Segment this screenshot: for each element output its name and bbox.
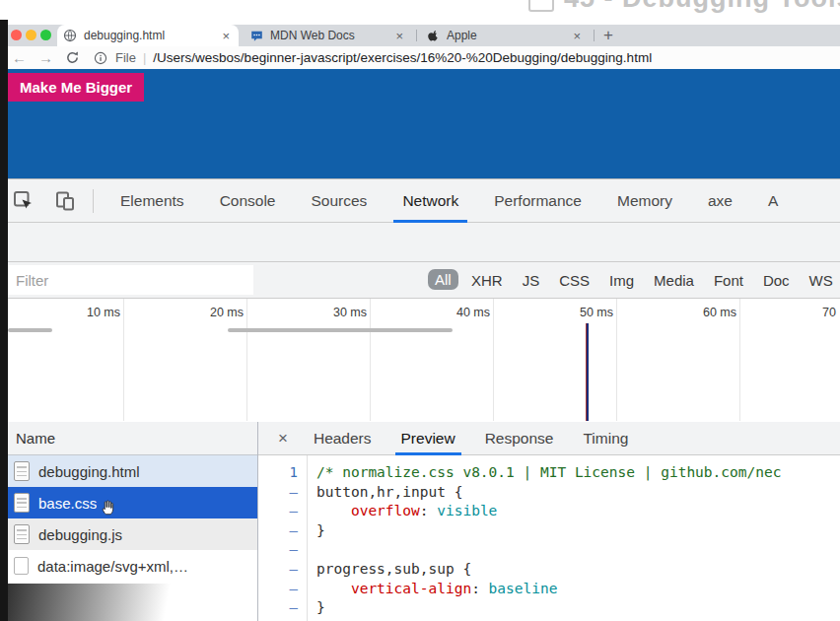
line-marker: – bbox=[258, 483, 307, 503]
filter-type-xhr[interactable]: XHR bbox=[471, 272, 503, 289]
devtools-tab-elements[interactable]: Elements bbox=[120, 179, 184, 223]
load-event-line bbox=[586, 323, 589, 421]
document-icon bbox=[14, 461, 30, 481]
timeline-gridline bbox=[123, 299, 124, 421]
new-tab-button[interactable]: + bbox=[599, 26, 617, 45]
line-marker: – bbox=[258, 598, 307, 618]
desktop-title-strip: 45 - Debugging Tools bbox=[0, 0, 840, 25]
devtools-tab-axe[interactable]: axe bbox=[708, 179, 733, 223]
filter-type-js[interactable]: JS bbox=[523, 272, 540, 289]
request-row-debugging-html[interactable]: debugging.html bbox=[8, 455, 257, 487]
css-property: vertical-align bbox=[351, 581, 471, 596]
tab-close-icon[interactable]: × bbox=[219, 30, 233, 42]
request-row-data-svg[interactable]: data:image/svg+xml,… bbox=[8, 550, 257, 582]
preview-code-pane[interactable]: 1 – – – – – – – /* normalize.css v8.0.1 … bbox=[258, 455, 840, 621]
url-text[interactable]: /Users/wesbos/beginner-javascript/exerci… bbox=[153, 50, 652, 65]
code-text: button,hr,input { bbox=[316, 484, 462, 500]
timeline-tick-label: 60 ms bbox=[658, 306, 736, 319]
browser-tab-mdn[interactable]: MDN Web Docs × bbox=[245, 25, 412, 46]
window-zoom-button[interactable] bbox=[40, 30, 51, 40]
browser-address-bar: ← → File | /Users/wesbos/beginner-javasc… bbox=[0, 46, 840, 70]
code-comment: /* normalize.css v8.0.1 | MIT License | … bbox=[316, 464, 781, 480]
line-marker: – bbox=[258, 521, 307, 541]
device-toolbar-icon[interactable] bbox=[54, 190, 76, 212]
filter-type-media[interactable]: Media bbox=[654, 272, 694, 289]
tab-close-icon[interactable]: × bbox=[570, 30, 584, 42]
close-icon[interactable]: × bbox=[278, 429, 288, 448]
desktop-title: 45 - Debugging Tools bbox=[564, 0, 840, 14]
filter-type-doc[interactable]: Doc bbox=[763, 272, 790, 289]
code-indent bbox=[316, 581, 351, 596]
devtools-tab-bar: Elements Console Sources Network Perform… bbox=[0, 178, 840, 223]
timeline-gridline bbox=[370, 299, 371, 421]
line-marker: – bbox=[258, 580, 307, 599]
devtools-tab-memory[interactable]: Memory bbox=[617, 179, 672, 223]
forward-icon[interactable]: → bbox=[38, 50, 53, 65]
devtools-tab-sources[interactable]: Sources bbox=[312, 179, 368, 223]
filter-type-css[interactable]: CSS bbox=[559, 272, 590, 289]
reload-icon[interactable] bbox=[65, 50, 80, 65]
detail-tab-timing[interactable]: Timing bbox=[583, 422, 628, 455]
code-text: progress,sub,sup { bbox=[316, 561, 471, 577]
code-text: } bbox=[316, 522, 325, 538]
tab-separator bbox=[594, 30, 595, 41]
request-row-base-css[interactable]: base.css bbox=[8, 487, 257, 518]
video-edge bbox=[0, 20, 8, 621]
network-toolbar: Preserve log ✓ Disable cache Online ▼ bbox=[0, 223, 840, 262]
code-text: : bbox=[471, 581, 488, 596]
filter-input[interactable] bbox=[8, 265, 253, 295]
devtools-tab-clipped[interactable]: A bbox=[768, 179, 778, 223]
tab-title: debugging.html bbox=[84, 29, 219, 42]
code-gutter: 1 – – – – – – – bbox=[258, 455, 308, 621]
browser-tab-strip: debugging.html × MDN Web Docs × Apple × … bbox=[0, 25, 840, 47]
timeline-tick-label: 10 ms bbox=[41, 306, 120, 319]
mouse-cursor-icon bbox=[101, 499, 114, 516]
code-lines: /* normalize.css v8.0.1 | MIT License | … bbox=[309, 455, 840, 621]
screenshot-stage: 45 - Debugging Tools debugging.html × MD… bbox=[0, 0, 840, 621]
timeline-tick-label: 30 ms bbox=[288, 306, 367, 319]
filter-type-font[interactable]: Font bbox=[714, 272, 743, 289]
window-minimize-button[interactable] bbox=[26, 30, 36, 40]
window-close-button[interactable] bbox=[11, 30, 22, 40]
globe-favicon-icon bbox=[63, 29, 77, 42]
detail-tab-headers[interactable]: Headers bbox=[314, 422, 372, 455]
line-marker: – bbox=[258, 502, 307, 521]
url-scheme-label: File bbox=[115, 50, 136, 65]
apple-favicon-icon bbox=[428, 30, 440, 42]
window-icon bbox=[528, 0, 554, 12]
file-icon bbox=[14, 557, 29, 575]
css-value: baseline bbox=[489, 581, 558, 596]
filter-type-ws[interactable]: WS bbox=[809, 272, 833, 289]
filter-type-all[interactable]: All bbox=[428, 269, 458, 290]
timeline-tick-label: 40 ms bbox=[411, 306, 490, 319]
timeline-gridline bbox=[616, 299, 617, 421]
inspect-element-icon[interactable] bbox=[13, 190, 35, 212]
filter-type-img[interactable]: Img bbox=[609, 272, 634, 289]
detail-tab-response[interactable]: Response bbox=[485, 422, 554, 455]
info-icon[interactable] bbox=[94, 51, 107, 65]
detail-pane-header: × Headers Preview Response Timing bbox=[258, 422, 840, 455]
browser-tab-debugging[interactable]: debugging.html × bbox=[57, 25, 239, 46]
document-icon bbox=[14, 493, 30, 513]
devtools-tab-network[interactable]: Network bbox=[402, 179, 458, 223]
timeline-resource-bar bbox=[228, 328, 453, 332]
back-icon[interactable]: ← bbox=[12, 50, 27, 65]
video-corner-shadow bbox=[8, 584, 210, 621]
requests-name-header[interactable]: Name bbox=[8, 422, 258, 455]
devtools-tab-console[interactable]: Console bbox=[220, 179, 276, 223]
document-icon bbox=[14, 524, 30, 544]
timeline-gridline bbox=[739, 299, 740, 421]
detail-tab-preview[interactable]: Preview bbox=[401, 422, 455, 455]
line-marker: – bbox=[258, 560, 307, 580]
devtools-tab-performance[interactable]: Performance bbox=[494, 179, 582, 223]
make-me-bigger-button[interactable]: Make Me Bigger bbox=[8, 73, 144, 102]
tab-separator bbox=[416, 30, 417, 41]
browser-tab-apple[interactable]: Apple × bbox=[422, 25, 590, 46]
request-row-debugging-js[interactable]: debugging.js bbox=[8, 518, 257, 550]
tab-close-icon[interactable]: × bbox=[392, 30, 406, 42]
url-divider: | bbox=[143, 50, 146, 65]
timeline-gridline bbox=[246, 299, 247, 421]
timeline-tick-label: 70 bbox=[822, 306, 840, 319]
line-marker: – bbox=[258, 540, 307, 560]
css-property: overflow bbox=[351, 503, 420, 518]
